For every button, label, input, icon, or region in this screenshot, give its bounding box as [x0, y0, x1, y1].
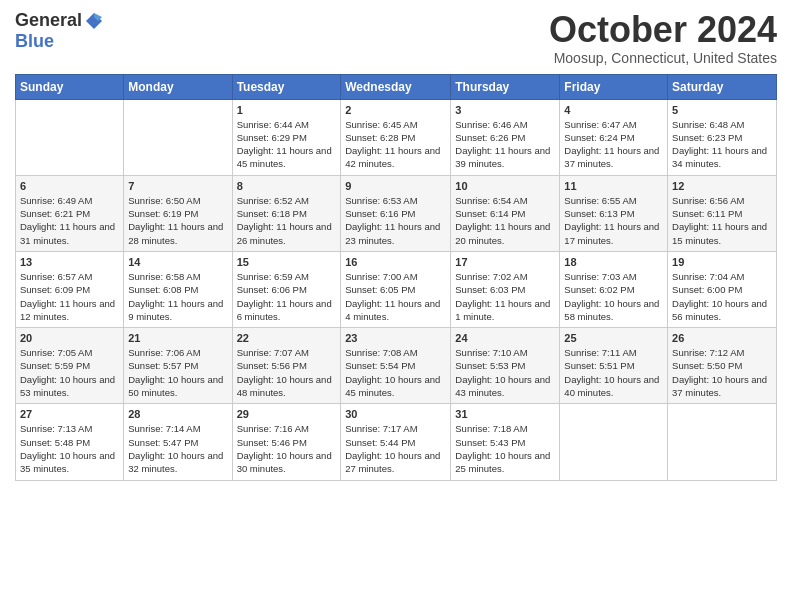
location-text: Moosup, Connecticut, United States — [549, 50, 777, 66]
day-number: 31 — [455, 408, 555, 420]
calendar-cell: 25Sunrise: 7:11 AMSunset: 5:51 PMDayligh… — [560, 328, 668, 404]
calendar-header-saturday: Saturday — [668, 74, 777, 99]
day-number: 29 — [237, 408, 337, 420]
calendar-cell — [124, 99, 232, 175]
day-number: 5 — [672, 104, 772, 116]
calendar-header-row: SundayMondayTuesdayWednesdayThursdayFrid… — [16, 74, 777, 99]
calendar-cell: 19Sunrise: 7:04 AMSunset: 6:00 PMDayligh… — [668, 251, 777, 327]
calendar-cell: 28Sunrise: 7:14 AMSunset: 5:47 PMDayligh… — [124, 404, 232, 480]
day-info: Sunrise: 7:06 AMSunset: 5:57 PMDaylight:… — [128, 346, 227, 399]
calendar-cell — [668, 404, 777, 480]
calendar-cell: 21Sunrise: 7:06 AMSunset: 5:57 PMDayligh… — [124, 328, 232, 404]
calendar-cell: 1Sunrise: 6:44 AMSunset: 6:29 PMDaylight… — [232, 99, 341, 175]
calendar-cell: 23Sunrise: 7:08 AMSunset: 5:54 PMDayligh… — [341, 328, 451, 404]
calendar-cell: 13Sunrise: 6:57 AMSunset: 6:09 PMDayligh… — [16, 251, 124, 327]
day-number: 2 — [345, 104, 446, 116]
calendar-cell: 16Sunrise: 7:00 AMSunset: 6:05 PMDayligh… — [341, 251, 451, 327]
calendar-week-1: 1Sunrise: 6:44 AMSunset: 6:29 PMDaylight… — [16, 99, 777, 175]
calendar-week-2: 6Sunrise: 6:49 AMSunset: 6:21 PMDaylight… — [16, 175, 777, 251]
day-info: Sunrise: 6:55 AMSunset: 6:13 PMDaylight:… — [564, 194, 663, 247]
day-info: Sunrise: 6:54 AMSunset: 6:14 PMDaylight:… — [455, 194, 555, 247]
day-number: 16 — [345, 256, 446, 268]
calendar-cell: 24Sunrise: 7:10 AMSunset: 5:53 PMDayligh… — [451, 328, 560, 404]
page-header: General Blue October 2024 Moosup, Connec… — [15, 10, 777, 66]
calendar-cell: 31Sunrise: 7:18 AMSunset: 5:43 PMDayligh… — [451, 404, 560, 480]
day-number: 9 — [345, 180, 446, 192]
day-info: Sunrise: 7:02 AMSunset: 6:03 PMDaylight:… — [455, 270, 555, 323]
calendar-cell: 15Sunrise: 6:59 AMSunset: 6:06 PMDayligh… — [232, 251, 341, 327]
calendar-header-wednesday: Wednesday — [341, 74, 451, 99]
calendar-cell: 9Sunrise: 6:53 AMSunset: 6:16 PMDaylight… — [341, 175, 451, 251]
day-number: 14 — [128, 256, 227, 268]
calendar-header-thursday: Thursday — [451, 74, 560, 99]
day-number: 13 — [20, 256, 119, 268]
title-section: October 2024 Moosup, Connecticut, United… — [549, 10, 777, 66]
day-info: Sunrise: 7:12 AMSunset: 5:50 PMDaylight:… — [672, 346, 772, 399]
day-number: 6 — [20, 180, 119, 192]
day-number: 24 — [455, 332, 555, 344]
calendar-cell: 10Sunrise: 6:54 AMSunset: 6:14 PMDayligh… — [451, 175, 560, 251]
day-info: Sunrise: 6:44 AMSunset: 6:29 PMDaylight:… — [237, 118, 337, 171]
day-info: Sunrise: 7:13 AMSunset: 5:48 PMDaylight:… — [20, 422, 119, 475]
month-title: October 2024 — [549, 10, 777, 50]
calendar-cell: 4Sunrise: 6:47 AMSunset: 6:24 PMDaylight… — [560, 99, 668, 175]
day-number: 12 — [672, 180, 772, 192]
calendar-cell — [560, 404, 668, 480]
calendar-cell: 2Sunrise: 6:45 AMSunset: 6:28 PMDaylight… — [341, 99, 451, 175]
day-info: Sunrise: 6:53 AMSunset: 6:16 PMDaylight:… — [345, 194, 446, 247]
day-info: Sunrise: 6:52 AMSunset: 6:18 PMDaylight:… — [237, 194, 337, 247]
day-number: 26 — [672, 332, 772, 344]
calendar-cell: 5Sunrise: 6:48 AMSunset: 6:23 PMDaylight… — [668, 99, 777, 175]
calendar-cell: 17Sunrise: 7:02 AMSunset: 6:03 PMDayligh… — [451, 251, 560, 327]
calendar-cell: 6Sunrise: 6:49 AMSunset: 6:21 PMDaylight… — [16, 175, 124, 251]
day-number: 7 — [128, 180, 227, 192]
calendar-cell: 18Sunrise: 7:03 AMSunset: 6:02 PMDayligh… — [560, 251, 668, 327]
day-info: Sunrise: 7:05 AMSunset: 5:59 PMDaylight:… — [20, 346, 119, 399]
day-number: 8 — [237, 180, 337, 192]
day-number: 4 — [564, 104, 663, 116]
day-info: Sunrise: 7:00 AMSunset: 6:05 PMDaylight:… — [345, 270, 446, 323]
calendar-table: SundayMondayTuesdayWednesdayThursdayFrid… — [15, 74, 777, 481]
calendar-cell: 22Sunrise: 7:07 AMSunset: 5:56 PMDayligh… — [232, 328, 341, 404]
calendar-week-3: 13Sunrise: 6:57 AMSunset: 6:09 PMDayligh… — [16, 251, 777, 327]
day-info: Sunrise: 6:48 AMSunset: 6:23 PMDaylight:… — [672, 118, 772, 171]
calendar-header-friday: Friday — [560, 74, 668, 99]
calendar-cell: 11Sunrise: 6:55 AMSunset: 6:13 PMDayligh… — [560, 175, 668, 251]
calendar-cell: 29Sunrise: 7:16 AMSunset: 5:46 PMDayligh… — [232, 404, 341, 480]
day-info: Sunrise: 6:58 AMSunset: 6:08 PMDaylight:… — [128, 270, 227, 323]
day-info: Sunrise: 7:11 AMSunset: 5:51 PMDaylight:… — [564, 346, 663, 399]
calendar-cell: 30Sunrise: 7:17 AMSunset: 5:44 PMDayligh… — [341, 404, 451, 480]
day-info: Sunrise: 6:57 AMSunset: 6:09 PMDaylight:… — [20, 270, 119, 323]
day-number: 19 — [672, 256, 772, 268]
day-number: 25 — [564, 332, 663, 344]
day-info: Sunrise: 6:59 AMSunset: 6:06 PMDaylight:… — [237, 270, 337, 323]
calendar-cell: 14Sunrise: 6:58 AMSunset: 6:08 PMDayligh… — [124, 251, 232, 327]
calendar-cell: 12Sunrise: 6:56 AMSunset: 6:11 PMDayligh… — [668, 175, 777, 251]
day-info: Sunrise: 6:56 AMSunset: 6:11 PMDaylight:… — [672, 194, 772, 247]
logo-blue-text: Blue — [15, 31, 54, 51]
calendar-cell: 26Sunrise: 7:12 AMSunset: 5:50 PMDayligh… — [668, 328, 777, 404]
day-number: 1 — [237, 104, 337, 116]
calendar-cell: 8Sunrise: 6:52 AMSunset: 6:18 PMDaylight… — [232, 175, 341, 251]
day-info: Sunrise: 7:04 AMSunset: 6:00 PMDaylight:… — [672, 270, 772, 323]
day-info: Sunrise: 6:47 AMSunset: 6:24 PMDaylight:… — [564, 118, 663, 171]
day-info: Sunrise: 7:07 AMSunset: 5:56 PMDaylight:… — [237, 346, 337, 399]
day-info: Sunrise: 7:17 AMSunset: 5:44 PMDaylight:… — [345, 422, 446, 475]
day-info: Sunrise: 7:16 AMSunset: 5:46 PMDaylight:… — [237, 422, 337, 475]
day-info: Sunrise: 6:50 AMSunset: 6:19 PMDaylight:… — [128, 194, 227, 247]
calendar-cell: 3Sunrise: 6:46 AMSunset: 6:26 PMDaylight… — [451, 99, 560, 175]
day-number: 30 — [345, 408, 446, 420]
day-number: 17 — [455, 256, 555, 268]
day-info: Sunrise: 7:18 AMSunset: 5:43 PMDaylight:… — [455, 422, 555, 475]
day-number: 18 — [564, 256, 663, 268]
day-number: 21 — [128, 332, 227, 344]
day-number: 23 — [345, 332, 446, 344]
day-number: 15 — [237, 256, 337, 268]
day-info: Sunrise: 6:45 AMSunset: 6:28 PMDaylight:… — [345, 118, 446, 171]
day-info: Sunrise: 7:10 AMSunset: 5:53 PMDaylight:… — [455, 346, 555, 399]
day-info: Sunrise: 7:14 AMSunset: 5:47 PMDaylight:… — [128, 422, 227, 475]
calendar-cell — [16, 99, 124, 175]
day-number: 3 — [455, 104, 555, 116]
calendar-cell: 20Sunrise: 7:05 AMSunset: 5:59 PMDayligh… — [16, 328, 124, 404]
day-info: Sunrise: 7:03 AMSunset: 6:02 PMDaylight:… — [564, 270, 663, 323]
